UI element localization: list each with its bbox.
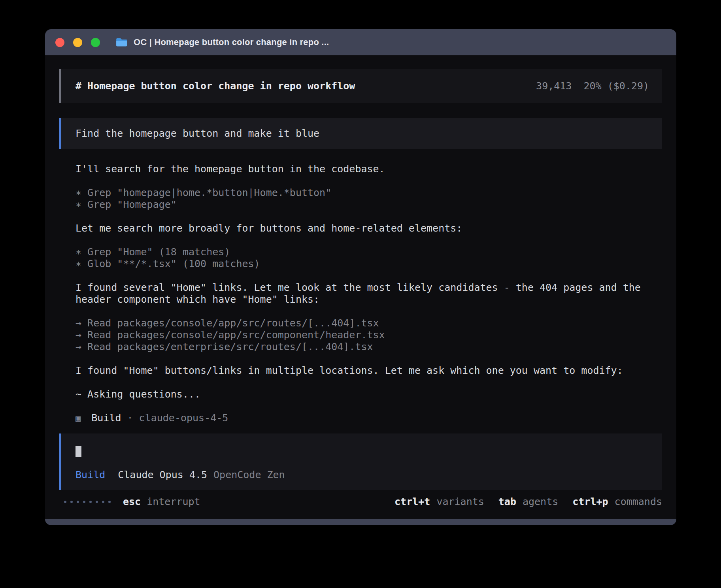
tool-call-line: ∗ Grep "Homepage" (75, 199, 662, 211)
spinner-dot (89, 501, 92, 503)
blank-line (75, 353, 662, 365)
shortcut-key: ctrl+p (572, 496, 608, 508)
user-message: Find the homepage button and make it blu… (59, 118, 662, 149)
terminal-content: # Homepage button color change in repo w… (45, 55, 676, 509)
separator-dot: · (127, 412, 133, 424)
tool-call-line: → Read packages/enterprise/src/routes/[.… (75, 341, 662, 353)
assistant-text-line: I found "Home" buttons/links in multiple… (75, 365, 662, 377)
desktop-background: OC | Homepage button color change in rep… (0, 0, 721, 588)
zoom-button[interactable] (91, 38, 100, 47)
user-message-text: Find the homepage button and make it blu… (75, 128, 319, 139)
spinner-dot (108, 501, 111, 503)
assistant-text-line: I found several "Home" links. Let me loo… (75, 282, 662, 305)
spinner-dot (102, 501, 104, 503)
esc-hint: esc interrupt (123, 496, 200, 508)
agent-name: Build (91, 412, 121, 424)
assistant-text-line: ~ Asking questions... (75, 388, 662, 400)
tool-call-line: ∗ Grep "Home" (18 matches) (75, 246, 662, 258)
spinner-dot (64, 501, 66, 503)
titlebar[interactable]: OC | Homepage button color change in rep… (45, 29, 676, 55)
blank-line (75, 211, 662, 222)
blank-line (75, 400, 662, 412)
shortcut-key: ctrl+t (394, 496, 430, 508)
status-shortcuts: ctrl+tvariantstabagentsctrl+pcommands (394, 496, 662, 508)
terminal-window: OC | Homepage button color change in rep… (45, 29, 676, 525)
window-title: OC | Homepage button color change in rep… (134, 37, 329, 47)
shortcut-label: agents (523, 496, 558, 508)
shortcut-variants: ctrl+tvariants (394, 496, 484, 508)
assistant-text-line: Let me search more broadly for buttons a… (75, 222, 662, 234)
prompt-input[interactable]: Build Claude Opus 4.5 OpenCode Zen (59, 433, 662, 490)
spinner-dots (64, 501, 111, 503)
close-button[interactable] (55, 38, 64, 47)
minimize-button[interactable] (73, 38, 82, 47)
input-model-label: Claude Opus 4.5 (118, 469, 207, 481)
assistant-text-line: I'll search for the homepage button in t… (75, 163, 662, 175)
conversation: I'll search for the homepage button in t… (75, 163, 662, 412)
tool-call-line: → Read packages/console/app/src/routes/[… (75, 317, 662, 329)
shortcut-agents: tabagents (498, 496, 558, 508)
tool-call-line: ∗ Glob "**/*.tsx" (100 matches) (75, 258, 662, 270)
shortcut-label: commands (615, 496, 662, 508)
input-provider-label: OpenCode Zen (213, 469, 285, 481)
blank-line (75, 270, 662, 282)
input-agent-label[interactable]: Build (75, 469, 105, 481)
title-group: OC | Homepage button color change in rep… (116, 37, 329, 47)
status-bar: esc interrupt ctrl+tvariantstabagentsctr… (59, 495, 662, 509)
blank-line (75, 234, 662, 246)
text-cursor (75, 446, 81, 457)
traffic-lights (55, 38, 100, 47)
shortcut-commands: ctrl+pcommands (572, 496, 662, 508)
spinner-dot (77, 501, 79, 503)
esc-label: interrupt (147, 496, 200, 508)
session-header: # Homepage button color change in repo w… (59, 69, 662, 103)
blank-line (75, 305, 662, 317)
agent-model: claude-opus-4-5 (139, 412, 228, 424)
session-title: # Homepage button color change in repo w… (75, 80, 355, 92)
blank-line (75, 377, 662, 388)
window-bottom-edge (45, 519, 676, 525)
agent-icon: ▣ (75, 413, 81, 424)
blank-line (75, 175, 662, 187)
input-meta-row: Build Claude Opus 4.5 OpenCode Zen (75, 469, 649, 481)
agent-status-line: ▣ Build · claude-opus-4-5 (75, 412, 662, 424)
token-count: 39,413 (536, 80, 572, 92)
session-stats: 39,413 20% ($0.29) (536, 80, 649, 92)
shortcut-label: variants (436, 496, 484, 508)
spinner-dot (83, 501, 85, 503)
tool-call-line: ∗ Grep "homepage|home.*button|Home.*butt… (75, 187, 662, 199)
spinner-dot (70, 501, 73, 503)
shortcut-key: tab (498, 496, 516, 508)
context-usage: 20% ($0.29) (583, 80, 649, 92)
folder-icon (116, 38, 128, 47)
tool-call-line: → Read packages/console/app/src/componen… (75, 329, 662, 341)
spinner-dot (96, 501, 98, 503)
esc-key: esc (123, 496, 141, 508)
